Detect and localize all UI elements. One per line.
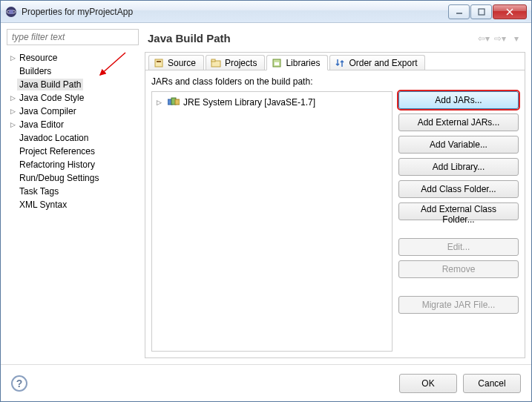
remove-button: Remove — [398, 260, 519, 278]
help-icon[interactable]: ? — [11, 375, 27, 392]
tree-item-xml-syntax[interactable]: XML Syntax — [7, 198, 139, 211]
tab-libraries[interactable]: Libraries — [266, 55, 328, 70]
tab-folder: Source Projects Libraries Order and Expo… — [145, 52, 525, 358]
libraries-button-column: Add JARs... Add External JARs... Add Var… — [398, 91, 519, 352]
filter-input[interactable] — [7, 29, 139, 45]
tree-item-project-references[interactable]: Project References — [7, 145, 139, 158]
svg-point-2 — [9, 10, 13, 14]
category-sidebar: ▷Resource Builders Java Build Path ▷Java… — [7, 29, 139, 358]
svg-rect-9 — [157, 61, 161, 62]
svg-rect-4 — [479, 9, 485, 15]
chevron-right-icon: ▷ — [8, 121, 17, 128]
ok-button[interactable]: OK — [399, 374, 457, 393]
projects-icon — [211, 58, 221, 68]
edit-button: Edit... — [398, 238, 519, 256]
eclipse-icon — [5, 6, 17, 18]
tree-item-task-tags[interactable]: Task Tags — [7, 185, 139, 198]
chevron-right-icon: ▷ — [8, 94, 17, 102]
library-icon — [168, 96, 180, 108]
minimize-button[interactable] — [448, 4, 470, 19]
tabstrip: Source Projects Libraries Order and Expo… — [145, 53, 525, 70]
content-area: ▷Resource Builders Java Build Path ▷Java… — [1, 23, 531, 364]
add-class-folder-button[interactable]: Add Class Folder... — [398, 180, 519, 198]
cancel-button[interactable]: Cancel — [463, 374, 521, 393]
category-tree[interactable]: ▷Resource Builders Java Build Path ▷Java… — [7, 50, 139, 358]
nav-forward-icon[interactable]: ⇨▾ — [494, 33, 506, 45]
add-jars-button[interactable]: Add JARs... — [398, 91, 519, 109]
library-entry-label: JRE System Library [JavaSE-1.7] — [183, 97, 315, 108]
tree-item-java-build-path[interactable]: Java Build Path — [7, 78, 139, 91]
chevron-right-icon: ▷ — [8, 54, 17, 62]
titlebar: Properties for myProjectApp — [1, 1, 531, 23]
tree-item-resource[interactable]: ▷Resource — [7, 51, 139, 65]
chevron-right-icon: ▷ — [157, 99, 164, 106]
maximize-button[interactable] — [470, 4, 492, 19]
add-library-button[interactable]: Add Library... — [398, 158, 519, 176]
libraries-list[interactable]: ▷ JRE System Library [JavaSE-1.7] — [151, 91, 393, 352]
chevron-right-icon: ▷ — [8, 108, 17, 115]
tab-order-export[interactable]: Order and Export — [329, 55, 425, 70]
view-menu-icon[interactable]: ▾ — [510, 33, 522, 45]
add-external-class-folder-button[interactable]: Add External Class Folder... — [398, 202, 519, 220]
main-panel: Java Build Path ⇦▾ ⇨▾ ▾ Source Projects — [145, 29, 525, 358]
page-title: Java Build Path — [148, 32, 478, 45]
tree-item-java-code-style[interactable]: ▷Java Code Style — [7, 91, 139, 105]
properties-dialog: Properties for myProjectApp ▷Resource Bu… — [0, 0, 532, 402]
tab-projects[interactable]: Projects — [206, 55, 265, 70]
tab-libraries-body: JARs and class folders on the build path… — [145, 70, 525, 357]
libraries-description: JARs and class folders on the build path… — [151, 76, 519, 87]
tree-item-builders[interactable]: Builders — [7, 65, 139, 78]
migrate-jar-button: Migrate JAR File... — [398, 296, 519, 314]
window-title: Properties for myProjectApp — [22, 7, 448, 17]
page-header: Java Build Path ⇦▾ ⇨▾ ▾ — [148, 32, 522, 45]
window-controls — [448, 4, 527, 19]
order-icon — [335, 58, 345, 68]
tree-item-refactoring-history[interactable]: Refactoring History — [7, 158, 139, 171]
svg-rect-16 — [175, 99, 180, 105]
add-variable-button[interactable]: Add Variable... — [398, 136, 519, 154]
nav-back-icon[interactable]: ⇦▾ — [478, 33, 490, 45]
tree-item-java-compiler[interactable]: ▷Java Compiler — [7, 105, 139, 118]
libraries-icon — [272, 58, 282, 68]
library-entry[interactable]: ▷ JRE System Library [JavaSE-1.7] — [155, 95, 389, 109]
add-external-jars-button[interactable]: Add External JARs... — [398, 113, 519, 131]
tree-item-run-debug-settings[interactable]: Run/Debug Settings — [7, 171, 139, 185]
source-icon — [154, 58, 164, 68]
svg-rect-8 — [155, 59, 162, 67]
dialog-footer: ? OK Cancel — [1, 364, 531, 401]
tree-item-java-editor[interactable]: ▷Java Editor — [7, 118, 139, 131]
close-button[interactable] — [493, 4, 527, 19]
tab-source[interactable]: Source — [148, 55, 204, 70]
svg-rect-13 — [275, 62, 279, 65]
svg-rect-11 — [211, 59, 215, 62]
tree-item-javadoc-location[interactable]: Javadoc Location — [7, 131, 139, 145]
